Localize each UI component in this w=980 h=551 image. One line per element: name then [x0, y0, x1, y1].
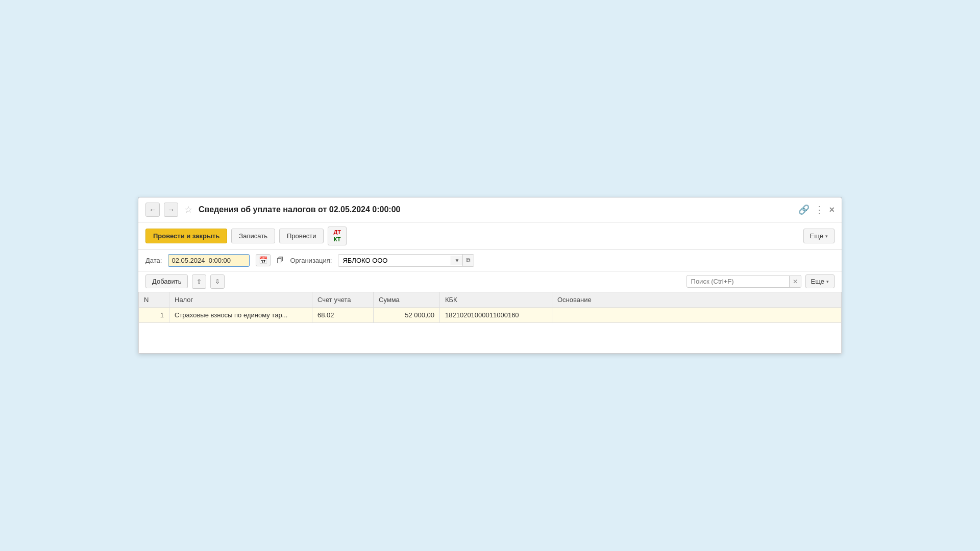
col-header-n: N	[139, 292, 169, 307]
chevron-down-icon-table: ▾	[826, 279, 829, 284]
org-open-button[interactable]: ⧉	[462, 255, 474, 266]
col-header-osnovanie: Основание	[552, 292, 842, 307]
window-title: Сведения об уплате налогов от 02.05.2024…	[199, 205, 794, 214]
org-input[interactable]	[338, 255, 451, 266]
save-button[interactable]: Записать	[231, 229, 275, 243]
data-table: N Налог Счет учета Сумма КБК Основание 1…	[138, 292, 842, 354]
empty-cell	[139, 322, 842, 353]
cell-schet: 68.02	[312, 307, 374, 322]
cell-summa: 52 000,00	[374, 307, 440, 322]
more-button-table[interactable]: Еще ▾	[805, 274, 835, 288]
dt-label: ДТ	[333, 229, 341, 236]
forward-button[interactable]: →	[164, 203, 178, 217]
link-icon[interactable]: 🔗	[798, 204, 810, 215]
calendar-icon[interactable]: 📅	[256, 254, 271, 266]
col-header-nalog: Налог	[169, 292, 312, 307]
post-button[interactable]: Провести	[279, 229, 324, 243]
search-input-wrap: ✕	[687, 275, 801, 288]
col-header-schet: Счет учета	[312, 292, 374, 307]
cell-n: 1	[139, 307, 169, 322]
post-close-button[interactable]: Провести и закрыть	[145, 229, 227, 243]
kt-label: КТ	[334, 236, 341, 243]
form-row: Дата: 📅 🗍 Организация: ▼ ⧉	[138, 250, 842, 271]
org-input-wrap: ▼ ⧉	[338, 254, 474, 267]
copy-doc-icon[interactable]: 🗍	[277, 256, 284, 264]
org-dropdown-button[interactable]: ▼	[451, 256, 462, 265]
dt-kt-button[interactable]: ДТ КТ	[328, 227, 347, 245]
table-row-empty	[139, 322, 842, 353]
close-button[interactable]: ×	[829, 205, 835, 215]
title-actions: 🔗 ⋮ ×	[798, 204, 835, 215]
table-toolbar: Добавить ⇧ ⇩ ✕ Еще ▾	[138, 271, 842, 292]
main-toolbar: Провести и закрыть Записать Провести ДТ …	[138, 222, 842, 249]
col-header-kbk: КБК	[440, 292, 552, 307]
chevron-down-icon-toolbar: ▾	[825, 234, 828, 239]
more-icon[interactable]: ⋮	[815, 204, 824, 215]
table-header-row: N Налог Счет учета Сумма КБК Основание	[139, 292, 842, 307]
cell-osnovanie	[552, 307, 842, 322]
favorite-icon[interactable]: ☆	[184, 204, 192, 215]
back-button[interactable]: ←	[145, 203, 160, 217]
search-clear-button[interactable]: ✕	[789, 276, 801, 287]
main-window: ← → ☆ Сведения об уплате налогов от 02.0…	[138, 197, 842, 354]
search-input[interactable]	[687, 276, 789, 287]
col-header-summa: Сумма	[374, 292, 440, 307]
more-button-toolbar[interactable]: Еще ▾	[803, 229, 835, 243]
move-down-button[interactable]: ⇩	[210, 274, 225, 289]
date-label: Дата:	[145, 257, 162, 264]
table-header: N Налог Счет учета Сумма КБК Основание	[139, 292, 842, 307]
cell-kbk: 18210201000011000160	[440, 307, 552, 322]
more-label-toolbar: Еще	[810, 232, 823, 240]
cell-nalog: Страховые взносы по единому тар...	[169, 307, 312, 322]
title-bar: ← → ☆ Сведения об уплате налогов от 02.0…	[138, 197, 842, 222]
org-label: Организация:	[290, 257, 332, 264]
table-row[interactable]: 1 Страховые взносы по единому тар... 68.…	[139, 307, 842, 322]
more-label-table: Еще	[811, 278, 824, 285]
move-up-button[interactable]: ⇧	[192, 274, 206, 289]
date-input[interactable]	[168, 254, 250, 267]
add-button[interactable]: Добавить	[145, 274, 188, 288]
table-body: 1 Страховые взносы по единому тар... 68.…	[139, 307, 842, 353]
